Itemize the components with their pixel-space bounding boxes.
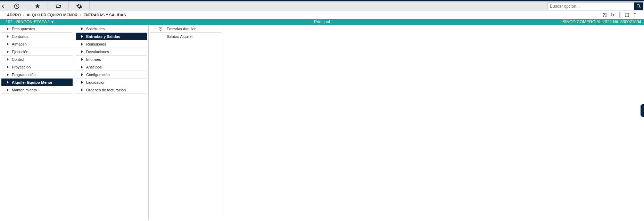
caret-right-icon (81, 66, 83, 68)
clock-icon (158, 27, 163, 31)
search-input[interactable] (547, 2, 634, 10)
caret-right-icon (7, 73, 9, 76)
col1-item-3[interactable]: Ejecución (1, 48, 73, 56)
breadcrumb-item-1[interactable]: ALQUILER EQUIPO MENOR (27, 13, 77, 17)
caret-right-icon (7, 35, 9, 38)
caret-right-icon (81, 81, 83, 84)
svg-point-1 (637, 4, 640, 7)
col2-item-0[interactable]: Solicitudes (76, 25, 147, 33)
project-label: 102 - RINCON ETAPA 1 (6, 19, 50, 24)
chevron-down-icon: ▾ (51, 19, 53, 24)
leaf-item-label: Salidas Alquiler (167, 34, 193, 39)
caret-right-icon (81, 35, 83, 38)
col1-item-0[interactable]: Presupuestos (1, 25, 73, 33)
caret-right-icon (81, 27, 83, 30)
caret-right-icon (81, 58, 83, 61)
menu-item-label: Remisiones (86, 42, 106, 46)
menu-item-label: Programación (12, 73, 35, 77)
search-button[interactable] (634, 2, 643, 10)
gear-icon[interactable] (69, 1, 90, 11)
project-selector[interactable]: 102 - RINCON ETAPA 1 ▾ (0, 19, 53, 24)
search-box (547, 1, 644, 11)
popout-icon[interactable]: ❐ (625, 13, 629, 17)
split-icon[interactable]: ╫ (618, 13, 621, 17)
nav-col-3: Entradas AlquilerSalidas Alquiler (149, 25, 223, 220)
caret-right-icon (7, 66, 9, 68)
menu-item-label: Presupuestos (12, 27, 35, 31)
caret-right-icon (7, 89, 9, 91)
col1-item-1[interactable]: Contratos (1, 33, 73, 40)
col1-item-4[interactable]: Control (1, 56, 73, 63)
col2-item-7[interactable]: Liquidación (76, 79, 147, 86)
context-bar: 102 - RINCON ETAPA 1 ▾ Principal SINCO C… (0, 19, 644, 25)
nav-col-1: PresupuestosContratosAlmacénEjecuciónCon… (0, 25, 74, 220)
menu-item-label: Proyección (12, 65, 31, 69)
toolbar (0, 1, 644, 11)
col1-item-5[interactable]: Proyección (1, 63, 73, 71)
col1-item-6[interactable]: Programación (1, 71, 73, 79)
menu-item-label: Contratos (12, 34, 28, 39)
breadcrumb-item-2[interactable]: ENTRADAS Y SALIDAS (83, 13, 126, 17)
folder-icon[interactable] (48, 1, 69, 11)
caret-right-icon (81, 43, 83, 46)
caret-right-icon (81, 89, 83, 91)
col1-item-7[interactable]: Alquiler Equipo Menor (1, 79, 73, 86)
col1-item-2[interactable]: Almacén (1, 40, 73, 48)
menu-item-label: Configuración (86, 73, 110, 77)
menu-item-label: Ejecución (12, 50, 28, 54)
col2-item-4[interactable]: Informes (76, 56, 147, 63)
caret-right-icon (7, 50, 9, 53)
caret-right-icon (7, 43, 9, 46)
breadcrumb-item-0[interactable]: ADPRO (7, 13, 21, 17)
menu-item-label: Alquiler Equipo Menor (12, 80, 52, 84)
caret-right-icon (7, 81, 9, 84)
caret-right-icon (7, 58, 9, 61)
side-panel-handle[interactable] (641, 104, 644, 117)
star-icon[interactable] (27, 1, 48, 11)
col3-item-0[interactable]: Entradas Alquiler (150, 25, 221, 33)
clock-icon[interactable] (6, 1, 27, 11)
menu-item-label: Mantenimiento (12, 88, 37, 92)
col2-item-5[interactable]: Anticipos (76, 63, 147, 71)
caret-right-icon (81, 73, 83, 76)
menu-item-label: Anticipos (86, 65, 102, 69)
col2-item-1[interactable]: Entradas y Salidas (76, 33, 147, 40)
collapse-icon[interactable]: ⤒ (633, 13, 637, 17)
help-icon[interactable]: ?⃣ (602, 13, 607, 17)
col3-item-1[interactable]: Salidas Alquiler (150, 33, 221, 40)
menu-item-label: Liquidación (86, 80, 106, 84)
menu-item-label: Ordenes de facturación (86, 88, 126, 92)
breadcrumb: ADPRO / ALQUILER EQUIPO MENOR / ENTRADAS… (7, 13, 126, 17)
caret-right-icon (7, 27, 9, 30)
col1-item-8[interactable]: Mantenimiento (1, 86, 73, 94)
caret-right-icon (81, 50, 83, 53)
menu-item-label: Control (12, 57, 24, 62)
breadcrumb-tools: ?⃣ ↻ ╫ ❐ ⤒ (602, 13, 637, 17)
menu-item-label: Entradas y Salidas (86, 34, 120, 39)
view-title: Principal (314, 19, 330, 24)
menu-item-label: Almacén (12, 42, 27, 46)
menu-item-label: Solicitudes (86, 27, 105, 31)
col2-item-8[interactable]: Ordenes de facturación (76, 86, 147, 94)
col2-item-3[interactable]: Devoluciones (76, 48, 147, 56)
col2-item-2[interactable]: Remisiones (76, 40, 147, 48)
menu-item-label: Devoluciones (86, 50, 109, 54)
back-icon[interactable] (0, 1, 6, 11)
col2-item-6[interactable]: Configuración (76, 71, 147, 79)
nav-col-2: SolicitudesEntradas y SalidasRemisionesD… (74, 25, 149, 220)
menu-item-label: Informes (86, 57, 101, 62)
company-info: SINCO COMERCIAL 2022 Nit: 830021894 (562, 19, 644, 24)
leaf-item-label: Entradas Alquiler (167, 27, 196, 31)
refresh-icon[interactable]: ↻ (610, 13, 614, 17)
